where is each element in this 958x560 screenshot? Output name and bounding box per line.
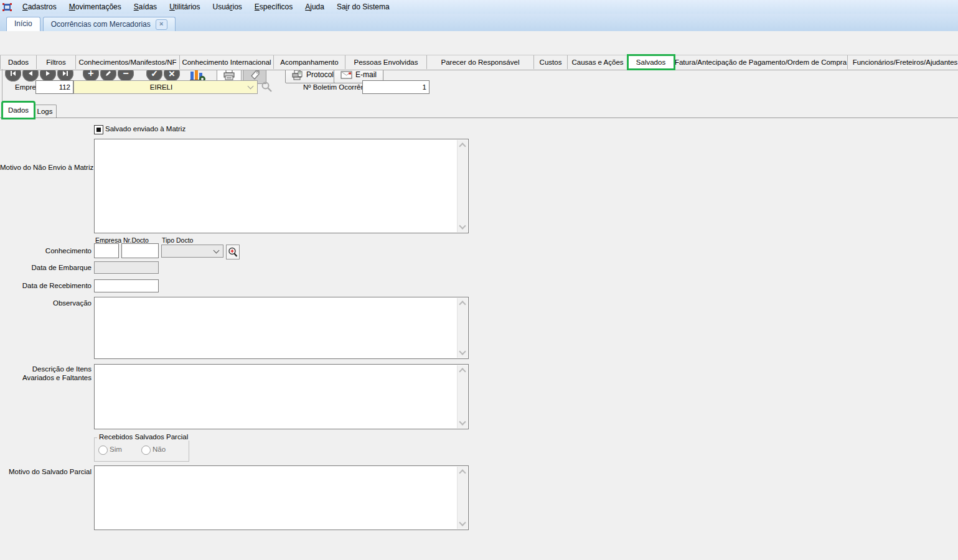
main-tab-filtros[interactable]: Filtros xyxy=(37,55,76,69)
main-tab-dados[interactable]: Dados xyxy=(0,55,37,69)
vertical-scrollbar[interactable] xyxy=(457,467,467,529)
vertical-scrollbar[interactable] xyxy=(457,298,467,358)
protocol-printer-icon xyxy=(292,70,303,80)
radio-sim-label: Sim xyxy=(110,446,122,453)
radio-nao[interactable] xyxy=(141,446,151,455)
sub-tab-logs[interactable]: Logs xyxy=(33,105,57,118)
main-tab-conhecimento-internacional[interactable]: Conhecimento Internacional xyxy=(180,55,274,69)
conhecimento-search-button[interactable] xyxy=(226,245,240,259)
sub-tab-dados[interactable]: Dados xyxy=(2,102,34,118)
conhecimento-col-tipodocto-header: Tipo Docto xyxy=(162,236,193,244)
checkbox-filled-mark xyxy=(96,128,101,132)
main-tab-conhecimentos-manifestos-nf[interactable]: Conhecimentos/Manifestos/NF xyxy=(76,55,180,69)
tag-icon xyxy=(249,69,261,81)
document-tab-bar: Início Ocorrências com Mercadorias × xyxy=(0,14,958,32)
menu-item-ajuda[interactable]: Ajuda xyxy=(299,1,331,12)
motivo-salvado-parcial-label: Motivo do Salvado Parcial xyxy=(0,468,92,475)
chevron-down-icon[interactable] xyxy=(248,83,254,90)
empresa-name-value: EIRELI xyxy=(74,83,248,91)
recebidos-salvados-parcial-label: Recebidos Salvados Parcial xyxy=(97,433,190,441)
data-embarque-label: Data de Embarque xyxy=(0,264,92,271)
app-icon xyxy=(2,2,12,12)
zoom-plus-icon xyxy=(228,247,238,258)
main-tab-causas-e-acoes[interactable]: Causas e Ações xyxy=(568,55,628,69)
menu-item-sair-do-sistema[interactable]: Sair do Sistema xyxy=(331,1,396,12)
last-record-icon xyxy=(62,70,69,77)
email-label: E-mail xyxy=(355,70,377,79)
email-icon xyxy=(340,71,352,79)
main-tab-fatura-antecipacao[interactable]: Fatura/Antecipação de Pagamento/Ordem de… xyxy=(674,55,848,69)
menu-item-utilitarios[interactable]: Utilitários xyxy=(163,1,206,12)
data-recebimento-label: Data de Recebimento xyxy=(0,282,92,289)
printer-icon xyxy=(223,69,235,80)
conhecimento-label: Conhecimento xyxy=(0,247,92,254)
descricao-itens-label-line1: Descrição de Itens xyxy=(0,365,92,373)
menu-item-movimentacoes[interactable]: Movimentações xyxy=(63,1,128,12)
salvado-enviado-matriz-label: Salvado enviado à Matriz xyxy=(105,125,185,133)
main-tab-salvados[interactable]: Salvados xyxy=(628,55,674,69)
tab-ocorrencias-com-mercadorias[interactable]: Ocorrências com Mercadorias × xyxy=(43,17,176,31)
boletim-ocorrencia-input[interactable] xyxy=(362,80,430,94)
scroll-up-icon[interactable] xyxy=(459,368,466,375)
main-tab-custos[interactable]: Custos xyxy=(534,55,568,69)
conhecimento-nrdocto-input[interactable] xyxy=(121,243,159,258)
close-tab-icon[interactable]: × xyxy=(156,19,167,30)
empresa-code-input[interactable] xyxy=(35,80,73,94)
main-tab-acompanhamento[interactable]: Acompanhamento xyxy=(274,55,345,69)
menu-item-usuarios[interactable]: Usuários xyxy=(206,1,248,12)
radio-nao-label: Não xyxy=(153,446,166,453)
observacao-label: Observação xyxy=(0,299,92,307)
main-tab-funcionarios-freteiros-ajudantes[interactable]: Funcionários/Freteiros/Ajudantes xyxy=(848,55,958,69)
first-record-icon xyxy=(9,70,17,77)
motivo-nao-envio-textarea[interactable] xyxy=(94,139,469,233)
chevron-down-icon[interactable] xyxy=(214,247,220,253)
next-record-icon xyxy=(44,70,52,77)
scroll-down-icon[interactable] xyxy=(459,222,466,229)
scroll-down-icon[interactable] xyxy=(459,519,466,526)
observacao-textarea[interactable] xyxy=(94,297,469,359)
motivo-salvado-parcial-textarea[interactable] xyxy=(94,465,469,530)
descricao-itens-label-line2: Avariados e Faltantes xyxy=(0,374,92,381)
data-embarque-input xyxy=(94,261,159,274)
tab-inicio[interactable]: Início xyxy=(6,17,40,31)
empresa-name-combo[interactable]: EIRELI xyxy=(73,80,258,94)
scroll-up-icon[interactable] xyxy=(459,469,466,476)
scroll-down-icon[interactable] xyxy=(459,418,466,425)
vertical-scrollbar[interactable] xyxy=(457,365,467,428)
menu-item-cadastros[interactable]: Cadastros xyxy=(16,1,63,12)
vertical-scrollbar[interactable] xyxy=(457,140,467,232)
descricao-itens-textarea[interactable] xyxy=(94,364,469,429)
scroll-down-icon[interactable] xyxy=(459,348,466,355)
search-icon[interactable] xyxy=(261,81,273,93)
main-tab-parecer-do-responsavel[interactable]: Parecer do Responsável xyxy=(427,55,534,69)
menu-item-saidas[interactable]: Saídas xyxy=(128,1,163,12)
radio-sim[interactable] xyxy=(98,446,108,455)
scroll-up-icon[interactable] xyxy=(459,142,466,149)
conhecimento-empresa-input[interactable] xyxy=(94,243,119,258)
menu-item-especificos[interactable]: Específicos xyxy=(248,1,299,12)
toolbar: + − ✓ × xyxy=(0,31,958,55)
previous-record-icon xyxy=(27,70,34,77)
check-icon: ✓ xyxy=(151,69,158,78)
salvado-enviado-matriz-checkbox[interactable] xyxy=(94,125,103,134)
data-recebimento-input[interactable] xyxy=(94,279,159,292)
main-tab-strip: Dados Filtros Conhecimentos/Manifestos/N… xyxy=(0,55,958,70)
menu-bar: Cadastros Movimentações Saídas Utilitári… xyxy=(0,0,958,14)
main-tab-pessoas-envolvidas[interactable]: Pessoas Envolvidas xyxy=(345,55,427,69)
pencil-icon xyxy=(105,70,112,77)
app-window: Cadastros Movimentações Saídas Utilitári… xyxy=(0,0,958,560)
tipo-docto-select[interactable] xyxy=(161,245,223,258)
scroll-up-icon[interactable] xyxy=(459,301,466,307)
motivo-nao-envio-label: Motivo do Não Envio à Matriz xyxy=(0,164,92,171)
